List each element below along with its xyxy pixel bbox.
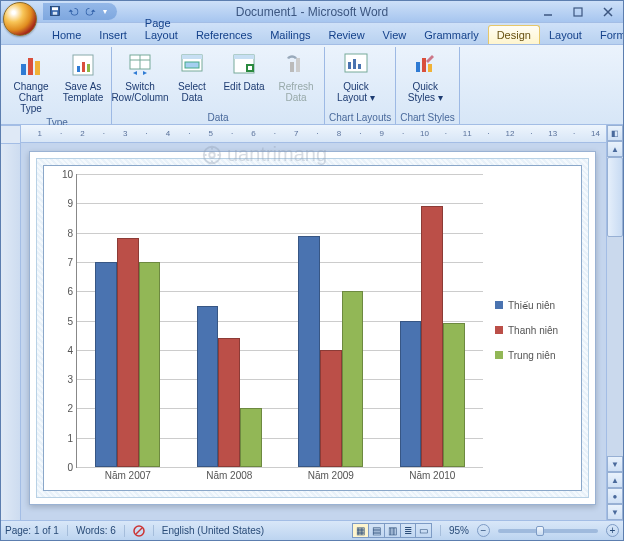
y-axis-tick: 1	[67, 432, 73, 443]
svg-rect-29	[422, 58, 426, 72]
group-chart-layouts: Quick Layout ▾ Chart Layouts	[325, 47, 396, 124]
status-zoom[interactable]: 95%	[440, 525, 469, 536]
legend-swatch	[495, 351, 503, 359]
quick-layout-button[interactable]: Quick Layout ▾	[329, 49, 383, 111]
status-page[interactable]: Page: 1 of 1	[5, 525, 59, 536]
legend-swatch	[495, 301, 503, 309]
close-button[interactable]	[593, 2, 623, 22]
quick-access-toolbar: ▾	[43, 3, 117, 20]
switch-row-column-button[interactable]: Switch Row/Column	[116, 49, 164, 111]
tab-insert[interactable]: Insert	[90, 25, 136, 44]
zoom-in-icon[interactable]: +	[606, 524, 619, 537]
ribbon: Change Chart Type Save As Template Type …	[1, 45, 623, 125]
office-button[interactable]	[3, 2, 37, 36]
ruler-toggle-icon[interactable]: ◧	[607, 125, 623, 141]
svg-rect-22	[290, 62, 294, 72]
group-data: Switch Row/Column Select Data Edit Data …	[112, 47, 325, 124]
chart-bar	[197, 306, 219, 467]
y-axis-tick: 3	[67, 374, 73, 385]
document-area: 1·2·3·4·5·6·7·8·9·10·11·12·13·14 0123456…	[1, 125, 623, 520]
quick-styles-button[interactable]: Quick Styles ▾	[400, 49, 450, 111]
status-proofing-icon[interactable]	[124, 525, 145, 537]
zoom-out-icon[interactable]: −	[477, 524, 490, 537]
legend-label: Trung niên	[508, 350, 555, 361]
tab-grammarly[interactable]: Grammarly	[415, 25, 487, 44]
y-axis-tick: 8	[67, 227, 73, 238]
select-data-button[interactable]: Select Data	[168, 49, 216, 111]
change-chart-type-button[interactable]: Change Chart Type	[7, 49, 55, 116]
redo-icon[interactable]	[85, 5, 97, 19]
chart-plot-area: 012345678910Năm 2007Năm 2008Năm 2009Năm …	[43, 165, 582, 491]
quick-styles-icon	[411, 51, 439, 79]
tab-home[interactable]: Home	[43, 25, 90, 44]
svg-rect-27	[358, 64, 361, 69]
save-icon[interactable]	[49, 5, 61, 19]
maximize-button[interactable]	[563, 2, 593, 22]
legend-item: Thanh niên	[495, 325, 577, 336]
window-controls	[533, 2, 623, 22]
status-words[interactable]: Words: 6	[67, 525, 116, 536]
minimize-button[interactable]	[533, 2, 563, 22]
svg-rect-16	[182, 55, 202, 59]
chart-bar	[400, 321, 422, 468]
switch-icon	[126, 51, 154, 79]
browse-object-icon[interactable]: ●	[607, 488, 623, 504]
legend-label: Thiếu niên	[508, 300, 555, 311]
scroll-down-icon[interactable]: ▼	[607, 456, 623, 472]
refresh-data-button[interactable]: Refresh Data	[272, 49, 320, 111]
scroll-up-icon[interactable]: ▲	[607, 141, 623, 157]
chart-bar	[320, 350, 342, 467]
svg-rect-5	[21, 64, 26, 75]
svg-rect-9	[77, 66, 80, 72]
svg-line-32	[136, 528, 142, 534]
y-axis-tick: 6	[67, 286, 73, 297]
draft-view-icon[interactable]: ▭	[416, 523, 432, 538]
tab-layout[interactable]: Layout	[540, 25, 591, 44]
status-language[interactable]: English (United States)	[153, 525, 264, 536]
status-bar: Page: 1 of 1 Words: 6 English (United St…	[1, 520, 623, 540]
web-layout-view-icon[interactable]: ▥	[385, 523, 401, 538]
chart-object[interactable]: 012345678910Năm 2007Năm 2008Năm 2009Năm …	[36, 158, 589, 498]
svg-rect-2	[53, 11, 58, 14]
svg-rect-4	[574, 8, 582, 16]
qat-customize-icon[interactable]: ▾	[103, 7, 107, 16]
undo-icon[interactable]	[67, 5, 79, 19]
tab-review[interactable]: Review	[320, 25, 374, 44]
svg-rect-7	[35, 61, 40, 75]
tab-format[interactable]: Format	[591, 25, 624, 44]
chart-bar	[421, 206, 443, 467]
x-axis-tick: Năm 2007	[105, 470, 151, 481]
tab-references[interactable]: References	[187, 25, 261, 44]
full-screen-view-icon[interactable]: ▤	[369, 523, 385, 538]
edit-data-button[interactable]: Edit Data	[220, 49, 268, 111]
tab-mailings[interactable]: Mailings	[261, 25, 319, 44]
tab-view[interactable]: View	[374, 25, 416, 44]
print-layout-view-icon[interactable]: ▦	[352, 523, 369, 538]
tab-page-layout[interactable]: Page Layout	[136, 13, 187, 44]
group-label-chart-styles: Chart Styles	[400, 111, 454, 124]
group-chart-styles: Quick Styles ▾ Chart Styles	[396, 47, 459, 124]
horizontal-ruler: 1·2·3·4·5·6·7·8·9·10·11·12·13·14	[21, 125, 606, 143]
document-page: 012345678910Năm 2007Năm 2008Năm 2009Năm …	[29, 151, 596, 505]
chart-bar	[298, 236, 320, 467]
vertical-scrollbar[interactable]: ◧ ▲ ▼ ▲ ● ▼	[606, 125, 623, 520]
save-as-template-button[interactable]: Save As Template	[59, 49, 107, 116]
y-axis-tick: 2	[67, 403, 73, 414]
browse-prev-icon[interactable]: ▲	[607, 472, 623, 488]
group-type: Change Chart Type Save As Template Type	[3, 47, 112, 124]
chart-bar	[117, 238, 139, 467]
legend-item: Trung niên	[495, 350, 577, 361]
tab-design[interactable]: Design	[488, 25, 540, 44]
view-buttons: ▦ ▤ ▥ ≣ ▭	[352, 523, 432, 538]
chart-bar	[342, 291, 364, 467]
svg-rect-17	[185, 62, 199, 68]
zoom-slider[interactable]	[498, 529, 598, 533]
x-axis-tick: Năm 2010	[409, 470, 455, 481]
outline-view-icon[interactable]: ≣	[401, 523, 416, 538]
browse-next-icon[interactable]: ▼	[607, 504, 623, 520]
svg-rect-25	[348, 62, 351, 69]
scrollbar-thumb[interactable]	[607, 157, 623, 237]
svg-rect-19	[234, 55, 254, 59]
x-axis-tick: Năm 2009	[308, 470, 354, 481]
svg-rect-23	[296, 58, 300, 72]
